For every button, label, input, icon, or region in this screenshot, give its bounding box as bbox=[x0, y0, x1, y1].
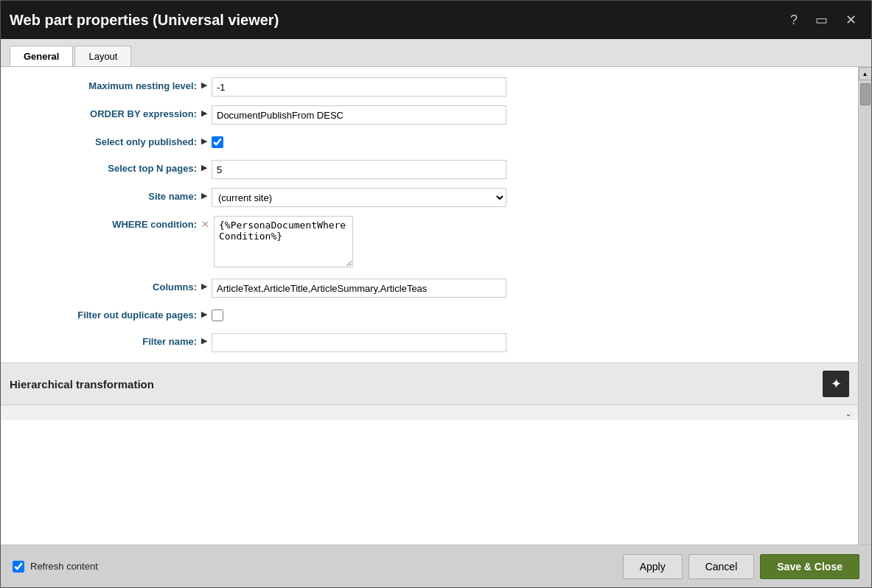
arrow-select-top-n[interactable]: ▶ bbox=[201, 160, 207, 172]
input-columns[interactable] bbox=[212, 279, 506, 298]
save-close-button[interactable]: Save & Close bbox=[760, 554, 859, 579]
label-select-top-n: Select top N pages: bbox=[10, 160, 201, 174]
checkbox-select-published[interactable] bbox=[212, 136, 223, 148]
arrow-order-by[interactable]: ▶ bbox=[201, 105, 207, 118]
row-select-top-n: Select top N pages: ▶ bbox=[1, 155, 858, 183]
footer: Refresh content Apply Cancel Save & Clos… bbox=[1, 545, 871, 587]
checkbox-filter-duplicate[interactable] bbox=[212, 309, 223, 321]
cancel-button[interactable]: Cancel bbox=[688, 554, 755, 579]
row-columns: Columns: ▶ bbox=[1, 274, 858, 302]
form-area: Maximum nesting level: ▶ ORDER BY expres… bbox=[1, 67, 858, 545]
arrow-filter-name[interactable]: ▶ bbox=[201, 333, 207, 346]
scrollbar-up-button[interactable]: ▲ bbox=[859, 67, 872, 80]
section-expand-button[interactable]: ✦ bbox=[823, 371, 849, 397]
row-filter-duplicate: Filter out duplicate pages: ▶ bbox=[1, 302, 858, 329]
input-order-by[interactable] bbox=[212, 105, 506, 125]
arrow-select-published[interactable]: ▶ bbox=[201, 133, 207, 146]
arrow-max-nesting[interactable]: ▶ bbox=[201, 77, 207, 90]
arrow-columns[interactable]: ▶ bbox=[201, 279, 207, 291]
label-max-nesting: Maximum nesting level: bbox=[10, 77, 201, 91]
footer-left: Refresh content bbox=[13, 561, 623, 573]
row-filter-name: Filter name: ▶ bbox=[1, 329, 858, 357]
scrollbar-thumb[interactable] bbox=[860, 83, 871, 105]
help-button[interactable]: ? bbox=[784, 10, 803, 29]
input-select-top-n[interactable] bbox=[212, 160, 506, 179]
close-button[interactable]: ✕ bbox=[840, 10, 862, 29]
label-select-published: Select only published: bbox=[10, 133, 201, 147]
refresh-content-label: Refresh content bbox=[30, 561, 98, 572]
restore-button[interactable]: ▭ bbox=[809, 10, 834, 29]
label-filter-name: Filter name: bbox=[10, 333, 201, 347]
input-filter-name[interactable] bbox=[212, 333, 506, 352]
dialog-title: Web part properties (Universal viewer) bbox=[10, 12, 279, 29]
chevron-down-icon[interactable]: ⌄ bbox=[840, 407, 857, 420]
row-max-nesting: Maximum nesting level: ▶ bbox=[1, 73, 858, 101]
label-columns: Columns: bbox=[10, 279, 201, 293]
row-select-published: Select only published: ▶ bbox=[1, 129, 858, 155]
tab-layout[interactable]: Layout bbox=[74, 46, 131, 66]
textarea-where-condition[interactable]: {%PersonaDocumentWhereCondition%} bbox=[214, 216, 353, 267]
footer-buttons: Apply Cancel Save & Close bbox=[623, 554, 859, 579]
row-site-name: Site name: ▶ (current site) bbox=[1, 183, 858, 211]
label-where-condition: WHERE condition: bbox=[10, 216, 201, 230]
arrow-where-condition[interactable]: ✕ bbox=[201, 216, 209, 230]
label-site-name: Site name: bbox=[10, 188, 201, 202]
compass-icon: ✦ bbox=[831, 376, 842, 392]
content-area: Maximum nesting level: ▶ ORDER BY expres… bbox=[1, 67, 871, 545]
section-hierarchical-transformation: Hierarchical transformation ✦ bbox=[1, 363, 858, 405]
bottom-chevron-area: ⌄ bbox=[1, 405, 858, 420]
section-title: Hierarchical transformation bbox=[10, 378, 154, 391]
arrow-site-name[interactable]: ▶ bbox=[201, 188, 207, 200]
row-order-by: ORDER BY expression: ▶ bbox=[1, 101, 858, 129]
textarea-wrapper: {%PersonaDocumentWhereCondition%} bbox=[214, 216, 509, 270]
tab-general[interactable]: General bbox=[10, 46, 73, 66]
scrollbar-track: ▲ bbox=[858, 67, 871, 545]
label-filter-duplicate: Filter out duplicate pages: bbox=[10, 307, 201, 321]
select-site-name[interactable]: (current site) bbox=[212, 188, 506, 207]
arrow-filter-duplicate[interactable]: ▶ bbox=[201, 307, 207, 319]
title-bar: Web part properties (Universal viewer) ?… bbox=[1, 1, 871, 39]
refresh-content-checkbox[interactable] bbox=[13, 561, 24, 573]
title-bar-controls: ? ▭ ✕ bbox=[784, 10, 862, 29]
row-where-condition: WHERE condition: ✕ {%PersonaDocumentWher… bbox=[1, 211, 858, 274]
input-max-nesting[interactable] bbox=[212, 77, 506, 97]
apply-button[interactable]: Apply bbox=[623, 554, 683, 579]
label-order-by: ORDER BY expression: bbox=[10, 105, 201, 119]
tabs-bar: General Layout bbox=[1, 39, 871, 67]
